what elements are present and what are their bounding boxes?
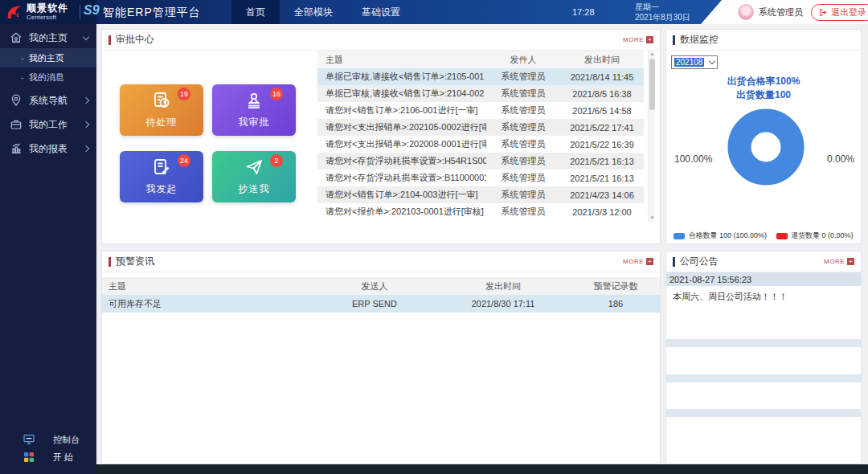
top-nav-item[interactable]: 全部模块 [280, 0, 347, 24]
chevron-down-icon [83, 33, 89, 39]
column-header: 主题 [317, 54, 486, 66]
column-header: 主题 [102, 280, 314, 292]
approval-table-row[interactable]: 单据已审核,请接收<销售订单>:2104-002系统管理员2021/8/5 16… [317, 85, 644, 102]
sidebar-group[interactable]: 我的主页 [0, 27, 96, 48]
user-avatar[interactable] [738, 4, 754, 20]
period-select[interactable]: 202108 [671, 55, 718, 69]
logo-en: Centersoft [27, 14, 68, 21]
top-nav-item[interactable]: 基础设置 [347, 0, 415, 24]
approval-table-row[interactable]: 请您对<报价单>:202103-0001进行[审核]系统管理员2021/3/3 … [317, 203, 644, 220]
footer-item-label: 开 始 [53, 452, 73, 464]
column-header: 发出时间 [560, 54, 644, 66]
time-cell: 2021/8/30 17:11 [435, 299, 571, 309]
tile-label: 抄送我 [239, 182, 270, 196]
approval-table-row[interactable]: 请您对<存货浮动耗损率设置>:H54R1S006002进行[审核]系统管理员20… [317, 153, 644, 170]
legend-label: 退货数量 0 (0.00%) [791, 231, 854, 241]
alerts-more-button[interactable]: MORE + [623, 258, 653, 265]
sidebar-footer-item[interactable]: 控制台 [0, 431, 96, 448]
logo-divider [80, 5, 80, 19]
column-header: 预警记录数 [571, 280, 660, 292]
sidebar: 我的主页-我的主页-我的消息系统导航我的工作我的报表 控制台开 始 [0, 24, 96, 474]
legend-swatch [674, 233, 685, 239]
s9-logo: S9 [84, 3, 100, 18]
subject-cell: 请您对<支出报销单>:202105-0002进行[审核] [317, 121, 486, 133]
approval-table-row[interactable]: 请您对<销售订单>:2106-001进行[一审]系统管理员2021/6/5 14… [317, 102, 644, 119]
data-monitor-panel: 数据监控 202108 出货合格率100% 出货数量100 100.00% 0.… [665, 29, 862, 244]
sidebar-group[interactable]: 我的工作 [0, 114, 96, 135]
donut-left-label: 100.00% [674, 153, 712, 165]
subject-cell: 请您对<销售订单>:2106-001进行[一审] [317, 104, 486, 116]
approval-tile[interactable]: 我发起24 [120, 151, 203, 202]
alerts-table: 主题发送人发出时间预警记录数可用库存不足ERP SEND2021/8/30 17… [102, 277, 660, 313]
approval-table-scrollbar[interactable]: ▲ ▼ [648, 51, 655, 222]
empty-announcement-bar [666, 339, 861, 347]
sidebar-group[interactable]: 系统导航 [0, 90, 96, 111]
approval-more-button[interactable]: MORE + [623, 36, 653, 43]
sidebar-sub-item[interactable]: -我的消息 [0, 67, 96, 87]
clock-time: 17:28 [572, 7, 595, 17]
logout-button[interactable]: 退出登录 [811, 4, 868, 21]
date: 2021年8月30日 [635, 12, 690, 22]
legend-label: 合格数量 100 (100.00%) [688, 231, 767, 241]
subject-cell: 单据已审核,请接收<销售订单>:2104-002 [317, 88, 486, 100]
logo-cn: 顺景软件 [27, 3, 68, 13]
announcements-more-button[interactable]: MORE + [824, 258, 854, 265]
more-plus-icon: + [646, 36, 653, 43]
approval-table-row[interactable]: 请您对<支出报销单>:202008-0001进行[审核]系统管理员2021/5/… [317, 136, 644, 153]
subject-cell: 请您对<存货浮动耗损率设置>:B11000001进行[审核] [317, 172, 486, 184]
approval-table-row[interactable]: 请您对<销售订单>:2104-003进行[一审]系统管理员2021/4/23 1… [317, 186, 644, 203]
scrollbar-thumb[interactable] [649, 59, 655, 110]
approval-table-row[interactable]: 请您对<支出报销单>:202105-0002进行[审核]系统管理员2021/5/… [317, 119, 644, 136]
sub-item-label: 我的消息 [29, 72, 64, 84]
sender-cell: 系统管理员 [486, 121, 560, 133]
paper-plane-icon [244, 157, 264, 182]
footer-item-label: 控制台 [53, 434, 80, 446]
approval-table-row[interactable]: 单据已审核,请接收<销售订单>:2105-001系统管理员2021/8/14 1… [317, 68, 644, 85]
pass-rate-text: 出货合格率100% [666, 75, 861, 88]
alerts-table-row[interactable]: 可用库存不足ERP SEND2021/8/30 17:11186 [102, 295, 660, 313]
approval-center-panel: 审批中心 MORE + 待处理19我审批16我发起24抄送我2 主题发件人发出时… [101, 29, 661, 244]
legend-item: 合格数量 100 (100.00%) [674, 231, 767, 241]
sidebar-group-label: 我的工作 [29, 118, 84, 132]
ship-qty-text: 出货数量100 [666, 88, 861, 102]
console-icon [23, 433, 35, 446]
sender-cell: 系统管理员 [486, 155, 560, 167]
sender-cell: 系统管理员 [486, 189, 560, 201]
stamp-icon [244, 91, 264, 116]
count-badge: 24 [178, 154, 190, 167]
count-badge: 19 [178, 88, 190, 100]
approval-tile[interactable]: 抄送我2 [212, 151, 296, 202]
subject-cell: 请您对<存货浮动耗损率设置>:H54R1S006002进行[审核] [317, 155, 486, 167]
top-nav-item[interactable]: 首页 [231, 0, 280, 24]
panel-accent-bar [108, 35, 111, 45]
time-cell: 2021/5/21 16:13 [560, 174, 644, 183]
empty-announcement-bar [666, 409, 861, 417]
sidebar-sub-item[interactable]: -我的主页 [0, 48, 96, 67]
tile-label: 待处理 [146, 116, 178, 129]
scroll-up-icon[interactable]: ▲ [649, 51, 655, 57]
nav-label: 首页 [246, 6, 265, 19]
legend-item: 退货数量 0 (0.00%) [776, 231, 854, 241]
tile-label: 我审批 [239, 116, 270, 129]
approval-tile[interactable]: 我审批16 [212, 84, 296, 136]
chevron-right-icon [83, 145, 89, 152]
approval-table-row[interactable]: 请您对<存货浮动耗损率设置>:B11000001进行[审核]系统管理员2021/… [317, 170, 644, 186]
column-header: 发件人 [486, 54, 560, 66]
subject-cell: 请您对<报价单>:202103-0001进行[审核] [317, 206, 486, 218]
subject-cell: 请您对<支出报销单>:202008-0001进行[审核] [317, 138, 486, 150]
time-cell: 2021/5/21 16:13 [560, 157, 644, 166]
count-badge: 16 [270, 88, 283, 100]
donut-ring [726, 107, 806, 187]
nav-label: 基础设置 [362, 6, 400, 19]
doc-clock-icon [152, 91, 171, 116]
sidebar-footer-item[interactable]: 开 始 [0, 448, 96, 466]
subject-cell: 请您对<销售订单>:2104-003进行[一审] [317, 189, 486, 201]
scroll-down-icon[interactable]: ▼ [649, 215, 655, 221]
announcement-date[interactable]: 2021-08-27 15:56:23 [666, 272, 861, 286]
approval-tile[interactable]: 待处理19 [120, 84, 203, 136]
erp-dashboard: 顺景软件 Centersoft S9 智能ERP管理平台 首页全部模块基础设置 … [0, 0, 868, 474]
time-cell: 2021/8/14 11:45 [560, 72, 644, 82]
sidebar-group[interactable]: 我的报表 [0, 138, 96, 159]
sender-cell: 系统管理员 [486, 138, 560, 150]
chevron-right-icon [83, 121, 89, 128]
